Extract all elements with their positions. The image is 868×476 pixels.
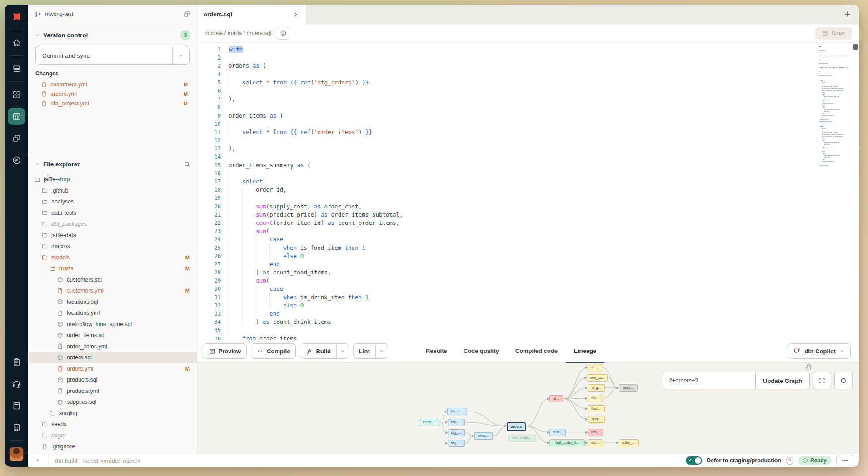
changed-file-item[interactable]: dbt_project.ymlM bbox=[35, 99, 190, 108]
lineage-node-stg3[interactable]: stg_.... bbox=[448, 440, 465, 447]
tree-item[interactable]: products.yml bbox=[28, 386, 197, 397]
copy-branch-icon[interactable] bbox=[183, 10, 190, 18]
dbt-logo[interactable] bbox=[8, 8, 25, 25]
lineage-node-ord_stg[interactable]: orde.... bbox=[474, 432, 493, 440]
commit-options-chevron[interactable] bbox=[172, 46, 189, 64]
tree-item[interactable]: macros bbox=[28, 241, 197, 252]
tree-item[interactable]: target bbox=[28, 430, 197, 441]
explore-lineage-button[interactable] bbox=[276, 27, 290, 40]
nav-changelog[interactable] bbox=[8, 353, 25, 371]
preview-button[interactable]: Preview bbox=[203, 343, 247, 359]
command-input[interactable] bbox=[49, 457, 686, 464]
nav-home[interactable] bbox=[8, 34, 25, 51]
lint-button-options[interactable] bbox=[375, 344, 388, 358]
tree-item[interactable]: jaffle-data bbox=[28, 230, 197, 241]
tree-item[interactable]: metricflow_time_spine.sql bbox=[28, 319, 197, 330]
tree-item[interactable]: martsM bbox=[28, 263, 197, 274]
tree-item[interactable]: data-tests bbox=[28, 208, 197, 219]
nav-shortcuts[interactable] bbox=[8, 419, 25, 436]
indent-guide bbox=[242, 260, 256, 268]
code-editor[interactable]: 1with23orders as (45select * from {{ ref… bbox=[197, 43, 859, 340]
save-button[interactable]: Save bbox=[815, 27, 852, 40]
lineage-node-m_drin[interactable]: drin... bbox=[588, 416, 605, 423]
nav-support[interactable] bbox=[8, 375, 25, 392]
commit-and-sync-button[interactable]: Commit and sync bbox=[35, 46, 190, 65]
code-line: 22count(order_item_id) as count_order_it… bbox=[197, 219, 859, 227]
lineage-node-cus_pink[interactable]: cus... bbox=[588, 429, 603, 436]
lineage-node-orders[interactable]: orders bbox=[507, 422, 526, 431]
user-avatar[interactable] bbox=[9, 447, 24, 461]
tab-code-quality[interactable]: Code quality bbox=[455, 340, 507, 363]
tab-compiled-code[interactable]: Compiled code bbox=[507, 340, 566, 363]
fullscreen-button[interactable] bbox=[813, 372, 831, 389]
lineage-filter-input[interactable] bbox=[663, 372, 755, 389]
update-graph-button[interactable]: Update Graph bbox=[755, 372, 809, 389]
build-button[interactable]: Build bbox=[300, 343, 349, 359]
nav-ide[interactable] bbox=[8, 108, 25, 125]
scrollbar-thumb[interactable] bbox=[853, 44, 858, 50]
tree-item[interactable]: customers.sql bbox=[28, 274, 197, 286]
compile-button[interactable]: Compile bbox=[251, 343, 296, 359]
minimap[interactable] bbox=[819, 46, 851, 167]
lineage-node-m_ord[interactable]: ord... bbox=[588, 395, 603, 402]
lineage-node-order_y2[interactable]: order_... bbox=[619, 439, 639, 446]
lineage-node-test_supply[interactable]: test_supply... bbox=[508, 435, 536, 442]
help-icon[interactable]: ? bbox=[786, 457, 793, 465]
command-bar-expand-button[interactable] bbox=[28, 454, 49, 467]
lineage-node-stg0[interactable]: stg_o.... bbox=[447, 408, 467, 415]
file-explorer-header[interactable]: File explorer bbox=[28, 157, 197, 171]
tree-item[interactable]: modelsM bbox=[28, 252, 197, 263]
search-icon[interactable] bbox=[184, 161, 190, 168]
tree-item[interactable]: orders.ymlM bbox=[28, 363, 197, 375]
tree-item[interactable]: orders.sql bbox=[28, 352, 197, 363]
refresh-graph-button[interactable] bbox=[834, 372, 853, 389]
tree-item[interactable]: locations.sql bbox=[28, 297, 197, 308]
lineage-node-test_order[interactable]: test_order_it... bbox=[549, 439, 585, 446]
tree-item[interactable]: .gitignore bbox=[28, 441, 197, 452]
lineage-node-cust[interactable]: cust... bbox=[549, 429, 566, 436]
lineage-node-ord_y[interactable]: ord... bbox=[588, 439, 603, 446]
tree-item[interactable]: jaffle-shop bbox=[28, 174, 197, 185]
lineage-node-stg2[interactable]: stg_.... bbox=[448, 429, 465, 436]
tree-item[interactable]: products.sql bbox=[28, 374, 197, 386]
git-branch-row[interactable]: mwong-test bbox=[28, 5, 197, 24]
nav-environments[interactable] bbox=[8, 60, 25, 77]
new-tab-button[interactable] bbox=[843, 10, 852, 18]
lineage-node-m_food[interactable]: food... bbox=[588, 405, 605, 412]
build-button-options[interactable] bbox=[336, 344, 349, 358]
lineage-node-ord_pink[interactable]: or... bbox=[549, 395, 563, 402]
tree-item[interactable]: .github bbox=[28, 185, 197, 197]
lint-button[interactable]: Lint bbox=[353, 343, 388, 359]
tree-item[interactable]: dbt_packages bbox=[28, 218, 197, 230]
lineage-node-stg1[interactable]: stg_.... bbox=[448, 419, 465, 426]
dbt-copilot-button[interactable]: dbt Copilot bbox=[788, 343, 851, 359]
tab-results[interactable]: Results bbox=[418, 340, 455, 363]
changed-file-item[interactable]: orders.ymlM bbox=[35, 89, 190, 99]
lineage-node-m_larg[interactable]: larg... bbox=[588, 384, 605, 392]
editor-scrollbar[interactable] bbox=[853, 44, 858, 338]
lineage-node-ecom[interactable]: ecom.... bbox=[419, 419, 439, 426]
tab-orders-sql[interactable]: orders.sql bbox=[197, 5, 307, 24]
tree-item[interactable]: supplies.sql bbox=[28, 397, 197, 408]
nav-projects[interactable] bbox=[8, 129, 25, 147]
version-control-header[interactable]: Version control 3 bbox=[35, 28, 190, 42]
changed-file-item[interactable]: customers.ymlM bbox=[35, 79, 190, 89]
close-icon[interactable] bbox=[294, 11, 300, 18]
nav-dashboard[interactable] bbox=[8, 86, 25, 103]
lineage-node-orde_gray[interactable]: orde... bbox=[619, 384, 638, 392]
defer-toggle[interactable]: ✓ bbox=[686, 456, 702, 465]
tree-item[interactable]: customers.ymlM bbox=[28, 285, 197, 297]
tree-item[interactable]: order_items.sql bbox=[28, 330, 197, 341]
tree-item[interactable]: analyses bbox=[28, 196, 197, 208]
tree-item[interactable]: seeds bbox=[28, 419, 197, 430]
more-options-button[interactable]: ••• bbox=[836, 455, 853, 466]
lineage-node-m_newcu[interactable]: new_cu... bbox=[587, 374, 608, 382]
folder-icon bbox=[41, 432, 48, 439]
tab-lineage[interactable]: Lineage bbox=[566, 340, 604, 363]
nav-docs[interactable] bbox=[8, 397, 25, 414]
tree-item[interactable]: locations.yml bbox=[28, 307, 197, 319]
tree-item[interactable]: staging bbox=[28, 408, 197, 419]
tree-item[interactable]: order_items.yml bbox=[28, 341, 197, 352]
nav-explore[interactable] bbox=[8, 151, 25, 169]
lineage-node-m_or[interactable]: or.... bbox=[588, 364, 602, 371]
